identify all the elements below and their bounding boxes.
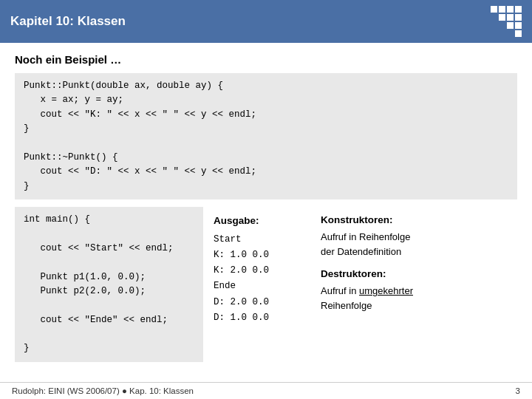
page-title: Kapitel 10: Klassen <box>10 14 126 29</box>
logo-cell <box>507 6 514 13</box>
header-logo <box>491 6 522 37</box>
footer-page-number: 3 <box>516 386 520 395</box>
logo-cell <box>507 30 514 37</box>
footer-left: Rudolph: EINI (WS 2006/07) ● Kap. 10: Kl… <box>12 386 194 395</box>
logo-cell <box>491 30 497 37</box>
output-line-6: D: 1.0 0.0 <box>214 310 300 326</box>
constructors-title: Konstruktoren: <box>321 213 507 228</box>
main-content: Noch ein Beispiel … Punkt::Punkt(double … <box>0 43 532 369</box>
footer: Rudolph: EINI (WS 2006/07) ● Kap. 10: Kl… <box>0 382 532 399</box>
output-line-3: K: 2.0 0.0 <box>214 263 300 279</box>
output-column: Ausgabe: Start K: 1.0 0.0 K: 2.0 0.0 End… <box>203 207 310 362</box>
code-block-top: Punkt::Punkt(double ax, double ay) { x =… <box>15 73 517 200</box>
logo-cell <box>491 14 497 21</box>
logo-cell <box>499 14 505 21</box>
logo-cell <box>499 22 505 29</box>
logo-cell <box>515 14 522 21</box>
logo-cell <box>499 6 505 13</box>
lower-section: int main() { cout << "Start" << endl; Pu… <box>15 207 517 362</box>
destructors-underline: umgekehrter <box>359 285 413 296</box>
logo-cell <box>515 30 522 37</box>
code-block-main: int main() { cout << "Start" << endl; Pu… <box>15 207 203 362</box>
output-content: Start K: 1.0 0.0 K: 2.0 0.0 Ende D: 2.0 … <box>214 232 300 327</box>
logo-cell <box>491 22 497 29</box>
logo-cell <box>507 14 514 21</box>
constructors-text: Aufruf in Reihenfolgeder Datendefinition <box>321 230 507 259</box>
logo-cell <box>491 6 497 13</box>
output-title: Ausgabe: <box>214 213 300 229</box>
logo-cell <box>507 22 514 29</box>
logo-cell <box>499 30 505 37</box>
header: Kapitel 10: Klassen <box>0 0 532 43</box>
output-line-5: D: 2.0 0.0 <box>214 295 300 310</box>
destructors-text: Aufruf in umgekehrterReihenfolge <box>321 284 507 313</box>
info-column: Konstruktoren: Aufruf in Reihenfolgeder … <box>310 207 517 362</box>
destructors-title: Destruktoren: <box>321 267 507 282</box>
logo-cell <box>515 6 522 13</box>
output-line-4: Ende <box>214 279 300 294</box>
output-line-2: K: 1.0 0.0 <box>214 248 300 263</box>
logo-cell <box>515 22 522 29</box>
output-line-1: Start <box>214 232 300 248</box>
section-subtitle: Noch ein Beispiel … <box>15 53 517 66</box>
